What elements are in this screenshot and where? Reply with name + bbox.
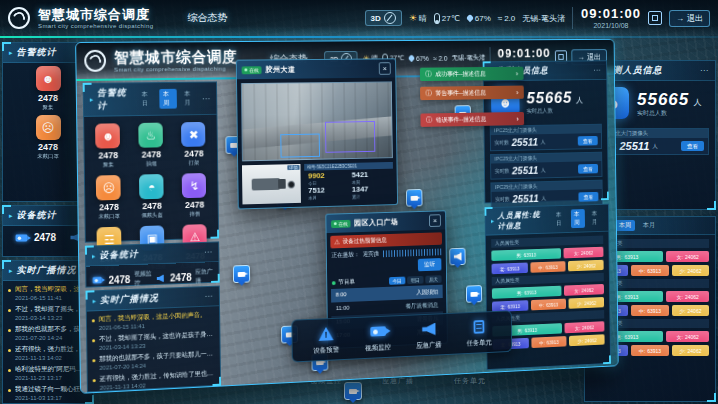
program-tab[interactable]: 后天 bbox=[425, 275, 441, 283]
pill-female[interactable]: 女:24062 bbox=[666, 291, 709, 302]
camera-marker[interactable] bbox=[233, 265, 250, 283]
toast-warning[interactable]: ⓘ警告事件--描述信息› bbox=[420, 86, 524, 101]
pill-mid[interactable]: 中:63913 bbox=[531, 299, 567, 311]
pill-mid[interactable]: 中:63913 bbox=[631, 345, 668, 356]
green-dot-icon bbox=[332, 281, 336, 285]
waveform bbox=[383, 249, 441, 258]
pill-mid[interactable]: 中:63913 bbox=[631, 265, 668, 276]
more-icon[interactable]: ⋯ bbox=[205, 292, 214, 301]
detection-bbox bbox=[280, 134, 320, 158]
tab-overview[interactable]: 综合态势 bbox=[187, 11, 227, 25]
view-button[interactable]: 查看 bbox=[578, 136, 598, 146]
tab-week[interactable]: 本周 bbox=[159, 89, 177, 109]
chevron-right-icon: › bbox=[516, 88, 518, 97]
pill-female[interactable]: 女:24062 bbox=[563, 247, 603, 259]
detail-chip[interactable]: 详情 bbox=[287, 165, 299, 170]
pill-young[interactable]: 少:24062 bbox=[672, 265, 709, 276]
chevron-right-icon: › bbox=[516, 114, 518, 123]
device-stat-speakers[interactable]: 2478应急广播 bbox=[154, 267, 215, 287]
program-tab[interactable]: 今日 bbox=[389, 276, 406, 284]
pill-young[interactable]: 少:24062 bbox=[672, 305, 709, 316]
program-tab[interactable]: 明日 bbox=[407, 275, 423, 283]
dock-item-device-alarm[interactable]: 设备预警 bbox=[305, 323, 346, 356]
speaker-marker[interactable] bbox=[449, 248, 465, 266]
alarm-tile[interactable]: ◓2478佩戴头盔 bbox=[130, 174, 173, 221]
logo-icon bbox=[84, 50, 106, 72]
stat-cell: 7512本月 bbox=[308, 186, 346, 200]
fullscreen-icon[interactable] bbox=[648, 11, 662, 25]
pill-mid[interactable]: 中:63913 bbox=[631, 305, 668, 316]
tab-day[interactable]: 本日 bbox=[553, 210, 568, 229]
tab-week[interactable]: 本周 bbox=[571, 209, 586, 228]
pill-mid[interactable]: 中:63913 bbox=[531, 336, 567, 348]
tab-day[interactable]: 本日 bbox=[138, 89, 156, 109]
view-button[interactable]: 查看 bbox=[681, 141, 704, 151]
pill-young[interactable]: 少:24062 bbox=[569, 334, 604, 346]
device-alert-banner[interactable]: ⚠ 设备过热预警信息 bbox=[330, 232, 442, 248]
alarm-tile[interactable]: ☻2478聚集 bbox=[86, 123, 130, 170]
view-button[interactable]: 查看 bbox=[578, 192, 598, 202]
dock-item-task-unit[interactable]: 任务单元 bbox=[459, 317, 499, 349]
more-icon[interactable]: ⋯ bbox=[204, 248, 213, 257]
alarm-tile[interactable]: ♨2478抽烟 bbox=[129, 122, 172, 168]
toast-error[interactable]: ⓘ错误事件--描述信息› bbox=[420, 112, 524, 127]
camera-marker[interactable] bbox=[406, 189, 423, 207]
more-icon[interactable]: ⋯ bbox=[202, 94, 211, 103]
alarm-tile[interactable]: ☹2478未戴口罩 bbox=[87, 175, 131, 222]
pill-female[interactable]: 女:24062 bbox=[564, 284, 604, 296]
dock-item-video-monitor[interactable]: 视频监控 bbox=[357, 321, 398, 354]
location: 无锡-鼋头渚 bbox=[452, 53, 486, 63]
exit-button[interactable]: →退出 bbox=[669, 10, 710, 27]
wind-icon: ≈ bbox=[433, 55, 437, 62]
document-icon bbox=[474, 320, 485, 334]
camera-video-feed[interactable] bbox=[241, 81, 393, 161]
weather-condition: ☀晴 bbox=[409, 13, 427, 24]
pill-female[interactable]: 女:24062 bbox=[666, 251, 709, 262]
more-icon[interactable]: ⋯ bbox=[593, 66, 601, 74]
tab-month[interactable]: 本月 bbox=[639, 220, 659, 231]
exit-icon: → bbox=[676, 14, 684, 23]
device-stat[interactable]: 2478 bbox=[13, 232, 56, 243]
info-icon: ⓘ bbox=[425, 69, 431, 79]
view-button[interactable]: 查看 bbox=[578, 164, 598, 174]
close-icon[interactable]: × bbox=[379, 62, 391, 75]
mode-3d-toggle[interactable]: 3D bbox=[365, 10, 402, 26]
more-icon[interactable]: ⋯ bbox=[700, 66, 709, 75]
app-subtitle: Smart city comprehensive dispatching bbox=[38, 23, 153, 29]
pill-young[interactable]: 少:24062 bbox=[569, 297, 604, 309]
total-people-value: 55665 bbox=[526, 88, 572, 106]
app-subtitle: Smart city comprehensive dispatching bbox=[114, 65, 238, 72]
smoking-icon: ♨ bbox=[139, 123, 164, 148]
pill-female[interactable]: 女:24062 bbox=[564, 321, 604, 333]
temperature: 27℃ bbox=[434, 13, 460, 24]
camera-marker[interactable] bbox=[466, 285, 482, 303]
pill-male[interactable]: 男:63913 bbox=[491, 248, 560, 261]
dock-item-emergency-broadcast[interactable]: 应急广播 bbox=[409, 319, 449, 351]
camera-marker[interactable] bbox=[344, 382, 362, 400]
fall-icon: ↯ bbox=[182, 173, 206, 198]
alarm-tile[interactable]: ✖2478打架 bbox=[172, 122, 215, 168]
toast-success[interactable]: ⓘ成功事件--描述信息› bbox=[420, 67, 524, 81]
pill-male[interactable]: 男:63913 bbox=[492, 286, 561, 299]
fight-icon: ✖ bbox=[181, 122, 205, 147]
camera-popup: 在线 胶州大道 × 详情 编号-5E5C21E22B3C5E01 9902今日 … bbox=[236, 58, 398, 209]
pill-young[interactable]: 少:24062 bbox=[672, 345, 709, 356]
alarm-tile[interactable]: ↯2478摔倒 bbox=[173, 173, 216, 219]
pill-mid[interactable]: 中:63913 bbox=[530, 261, 566, 273]
listen-button[interactable]: 监听 bbox=[418, 258, 442, 271]
bg-dock-label[interactable]: 任务单元 bbox=[454, 376, 486, 386]
pill-old[interactable]: 老:63913 bbox=[492, 263, 528, 275]
camera-count-card: IPC25北大门摄像头 实时数25511人查看 bbox=[490, 152, 602, 180]
device-stat-cameras[interactable]: 2478视频监控 bbox=[90, 269, 154, 289]
crowd-icon: ☻ bbox=[96, 123, 121, 148]
tab-month[interactable]: 本月 bbox=[588, 209, 603, 228]
pill-female[interactable]: 女:24062 bbox=[666, 331, 709, 342]
online-badge: 在线 bbox=[242, 66, 262, 74]
wind: ≈2.0 bbox=[498, 14, 516, 23]
humidity: 67% bbox=[467, 14, 491, 23]
close-icon[interactable]: × bbox=[429, 214, 441, 227]
camera-device-photo: 详情 bbox=[242, 164, 301, 204]
tab-month[interactable]: 本月 bbox=[181, 89, 199, 109]
pill-young[interactable]: 少:24062 bbox=[568, 260, 603, 272]
tab-week[interactable]: 本周 bbox=[615, 220, 635, 231]
